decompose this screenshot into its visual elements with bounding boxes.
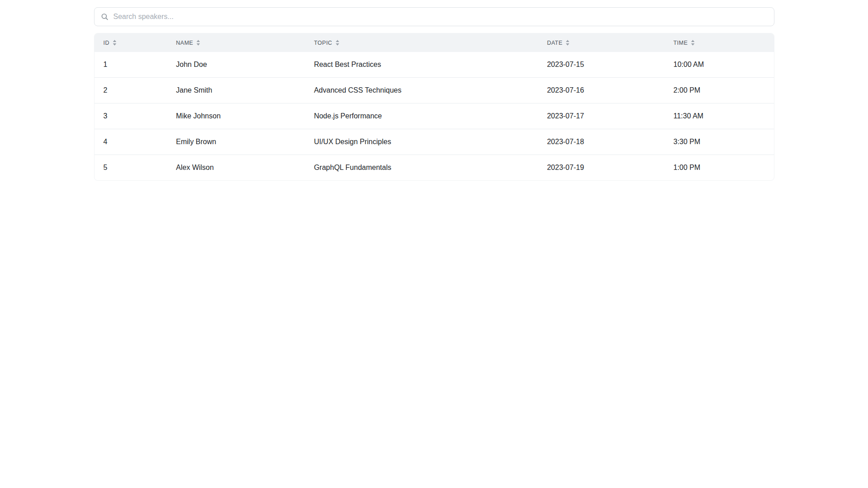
table-header-row: IDNAMETOPICDATETIME [94,33,774,52]
cell-time: 10:00 AM [664,52,774,78]
table-row: 4Emily BrownUI/UX Design Principles2023-… [94,129,774,155]
cell-name: John Doe [167,52,305,78]
sort-arrows-icon [113,40,117,46]
column-header-date[interactable]: DATE [538,33,665,52]
cell-time: 2:00 PM [664,78,774,103]
sort-arrows-icon [335,40,340,46]
search-bar [94,7,774,26]
cell-date: 2023-07-15 [538,52,665,78]
column-label-name: NAME [176,40,193,46]
cell-time: 1:00 PM [664,155,774,181]
cell-topic: Node.js Performance [305,103,538,129]
cell-topic: React Best Practices [305,52,538,78]
speakers-page: IDNAMETOPICDATETIME 1John DoeReact Best … [94,7,774,181]
cell-name: Alex Wilson [167,155,305,181]
table-row: 3Mike JohnsonNode.js Performance2023-07-… [94,103,774,129]
column-label-id: ID [104,40,110,46]
column-header-name[interactable]: NAME [167,33,305,52]
cell-id: 2 [94,78,167,103]
cell-name: Emily Brown [167,129,305,155]
table-row: 5Alex WilsonGraphQL Fundamentals2023-07-… [94,155,774,181]
cell-date: 2023-07-19 [538,155,665,181]
cell-name: Mike Johnson [167,103,305,129]
table-body: 1John DoeReact Best Practices2023-07-151… [94,52,774,180]
cell-topic: Advanced CSS Techniques [305,78,538,103]
cell-date: 2023-07-17 [538,103,665,129]
cell-time: 11:30 AM [664,103,774,129]
sort-arrows-icon [691,40,695,46]
cell-topic: UI/UX Design Principles [305,129,538,155]
column-header-id[interactable]: ID [94,33,167,52]
speakers-table-container: IDNAMETOPICDATETIME 1John DoeReact Best … [94,33,774,181]
search-input[interactable] [94,7,774,26]
table-row: 1John DoeReact Best Practices2023-07-151… [94,52,774,78]
column-header-topic[interactable]: TOPIC [305,33,538,52]
sort-arrows-icon [566,40,570,46]
column-label-topic: TOPIC [314,40,332,46]
column-label-time: TIME [673,40,688,46]
cell-id: 4 [94,129,167,155]
sort-arrows-icon [196,40,200,46]
table-row: 2Jane SmithAdvanced CSS Techniques2023-0… [94,78,774,103]
cell-id: 3 [94,103,167,129]
cell-id: 1 [94,52,167,78]
cell-date: 2023-07-18 [538,129,665,155]
speakers-table: IDNAMETOPICDATETIME 1John DoeReact Best … [94,33,774,180]
cell-date: 2023-07-16 [538,78,665,103]
column-header-time[interactable]: TIME [664,33,774,52]
cell-time: 3:30 PM [664,129,774,155]
cell-id: 5 [94,155,167,181]
cell-name: Jane Smith [167,78,305,103]
column-label-date: DATE [547,40,562,46]
cell-topic: GraphQL Fundamentals [305,155,538,181]
